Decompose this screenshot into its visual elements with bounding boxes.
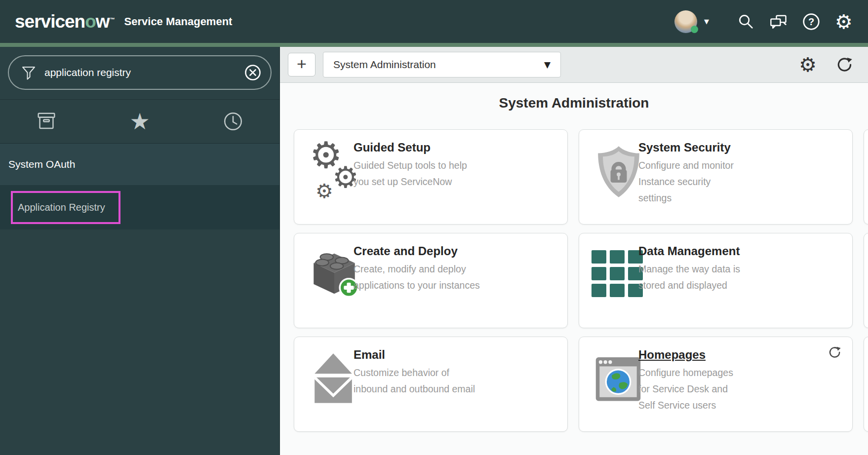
- tab-all-applications[interactable]: [0, 100, 93, 143]
- scope-selector-value: System Administration: [333, 59, 436, 71]
- envelope-icon: [307, 350, 360, 408]
- settings-gear-icon[interactable]: ⚙: [828, 11, 860, 33]
- card-system-security[interactable]: System Security Configure and monitor In…: [579, 129, 853, 225]
- card-refresh-icon[interactable]: [828, 345, 842, 362]
- sidebar-filler: [0, 229, 279, 455]
- partial-card[interactable]: [864, 337, 868, 432]
- card-title[interactable]: System Security: [638, 141, 743, 154]
- star-icon: ★: [129, 110, 150, 133]
- page-title: System Administration: [280, 95, 868, 111]
- tab-favorites[interactable]: ★: [93, 100, 187, 143]
- shield-lock-icon: [592, 143, 645, 201]
- card-description: Customize behavior of inbound and outbou…: [354, 365, 481, 397]
- svg-text:?: ?: [808, 16, 814, 27]
- presence-dot: [691, 26, 698, 33]
- card-description: Create, modify and deploy applications t…: [354, 261, 481, 294]
- browser-globe-icon: [592, 350, 645, 408]
- app-header: servicenow™ Service Management ▼ ?: [0, 0, 868, 43]
- homepage-content: System Administration ⚙ ⚙ ⚙ Guided Setup…: [280, 83, 868, 455]
- main-panel: + System Administration ▼ ⚙ System Admin…: [280, 47, 868, 455]
- card-data-management[interactable]: Data Management Manage the way data is s…: [579, 233, 853, 328]
- card-homepages[interactable]: Homepages Configure homepages for Servic…: [579, 337, 853, 432]
- user-avatar[interactable]: [674, 10, 697, 33]
- product-title: Service Management: [124, 15, 233, 28]
- archive-box-icon: [36, 112, 57, 131]
- card-description: Manage the way data is stored and displa…: [638, 261, 743, 294]
- accent-strip: [0, 43, 868, 47]
- card-description: Guided Setup tools to help you set up Se…: [354, 157, 481, 190]
- partial-card[interactable]: [864, 129, 868, 225]
- chevron-down-icon: ▼: [544, 60, 551, 70]
- content-toolbar: + System Administration ▼ ⚙: [280, 47, 868, 83]
- section-label: System OAuth: [8, 158, 75, 170]
- logo-o-mark: o: [85, 11, 96, 32]
- page-settings-gear-icon[interactable]: ⚙: [799, 55, 817, 75]
- sidebar-section-system-oauth[interactable]: System OAuth: [0, 143, 279, 185]
- module-card-grid: ⚙ ⚙ ⚙ Guided Setup Guided Setup tools to…: [280, 129, 868, 432]
- brick-plus-icon: [307, 246, 360, 304]
- gears-icon: ⚙ ⚙ ⚙: [307, 143, 360, 201]
- card-description: Configure homepages for Service Desk and…: [638, 365, 743, 413]
- card-guided-setup[interactable]: ⚙ ⚙ ⚙ Guided Setup Guided Setup tools to…: [294, 129, 568, 225]
- highlight-box: Application Registry: [11, 191, 120, 224]
- tab-history[interactable]: [186, 100, 279, 143]
- card-email[interactable]: Email Customize behavior of inbound and …: [294, 337, 568, 432]
- navigator-search-input[interactable]: [44, 67, 242, 78]
- page-refresh-icon[interactable]: [835, 55, 854, 74]
- navigator-tabs: ★: [0, 100, 279, 143]
- application-navigator: ★ System OAuth Application Registry: [0, 47, 280, 455]
- card-title[interactable]: Guided Setup: [354, 141, 481, 154]
- sidebar-item-application-registry[interactable]: Application Registry: [0, 185, 279, 229]
- global-search-icon[interactable]: [730, 11, 762, 33]
- user-menu-caret-icon[interactable]: ▼: [704, 18, 709, 25]
- partial-card[interactable]: [864, 233, 868, 328]
- add-tab-button[interactable]: +: [288, 53, 316, 76]
- filter-funnel-icon: [21, 64, 37, 81]
- sidebar-item-label: Application Registry: [13, 202, 105, 213]
- card-title[interactable]: Email: [354, 348, 481, 362]
- navigator-search[interactable]: [8, 55, 272, 90]
- clear-search-icon[interactable]: [242, 62, 264, 83]
- card-create-and-deploy[interactable]: Create and Deploy Create, modify and dep…: [294, 233, 568, 328]
- card-title[interactable]: Data Management: [638, 244, 743, 258]
- card-description: Configure and monitor Instance security …: [638, 157, 743, 206]
- clock-icon: [223, 111, 243, 132]
- scope-selector[interactable]: System Administration ▼: [323, 52, 561, 77]
- connect-chat-icon[interactable]: [762, 11, 795, 33]
- data-grid-icon: [592, 246, 645, 304]
- servicenow-logo: servicenow™: [15, 12, 115, 31]
- help-icon[interactable]: ?: [795, 11, 828, 33]
- card-title-link[interactable]: Homepages: [638, 348, 743, 362]
- card-title[interactable]: Create and Deploy: [354, 244, 481, 258]
